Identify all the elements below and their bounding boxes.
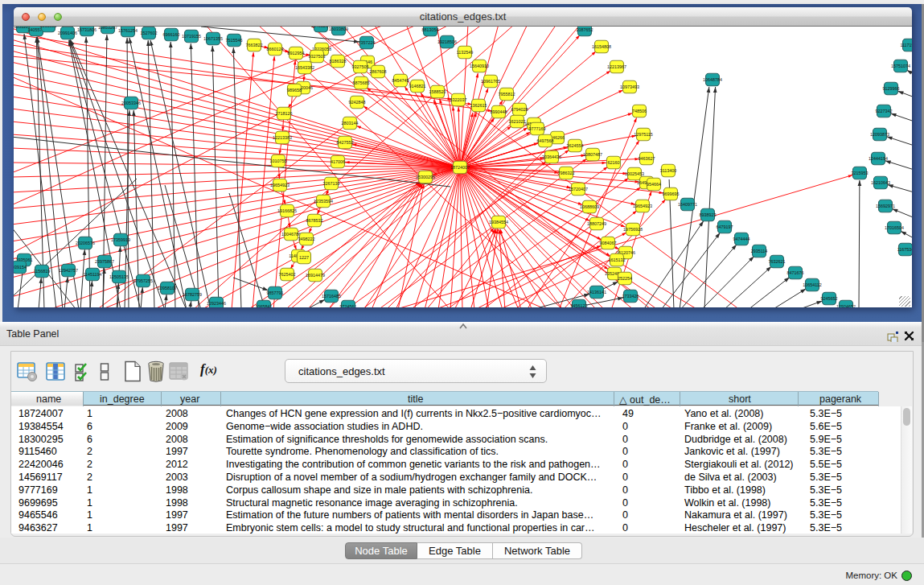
svg-text:15761254: 15761254	[118, 28, 138, 33]
svg-text:20053346: 20053346	[121, 101, 141, 105]
svg-text:6479197: 6479197	[717, 225, 733, 229]
svg-text:7632621: 7632621	[769, 259, 786, 264]
svg-text:19756928: 19756928	[623, 227, 643, 232]
svg-text:10671355: 10671355	[203, 36, 223, 41]
svg-text:25300295: 25300295	[416, 175, 435, 179]
svg-text:8912954: 8912954	[288, 51, 305, 56]
svg-text:2803144: 2803144	[342, 121, 359, 126]
svg-text:7625402: 7625402	[279, 272, 296, 277]
svg-text:1010755: 1010755	[270, 159, 287, 163]
svg-text:12975115: 12975115	[634, 132, 653, 137]
svg-text:8427552: 8427552	[337, 140, 354, 145]
svg-text:19218506: 19218506	[437, 39, 457, 44]
svg-text:15692971: 15692971	[876, 204, 895, 208]
svg-text:15720407: 15720407	[569, 187, 588, 192]
svg-text:8678532: 8678532	[306, 218, 323, 223]
svg-text:8471676: 8471676	[787, 270, 804, 275]
svg-text:15751074: 15751074	[891, 64, 910, 68]
svg-text:6794028: 6794028	[511, 107, 528, 112]
svg-text:19166825: 19166825	[277, 208, 297, 213]
svg-text:9857791: 9857791	[267, 290, 284, 295]
svg-text:11451194: 11451194	[83, 272, 101, 277]
svg-text:18807249: 18807249	[587, 221, 606, 226]
svg-text:12923446: 12923446	[207, 301, 226, 306]
svg-text:989658: 989658	[287, 88, 302, 93]
svg-text:12093873: 12093873	[870, 132, 889, 137]
svg-text:7357224: 7357224	[359, 40, 376, 45]
svg-text:9084067: 9084067	[600, 241, 617, 245]
svg-text:16731806: 16731806	[77, 27, 97, 32]
svg-text:9699695: 9699695	[663, 192, 680, 196]
svg-text:9242848: 9242848	[349, 100, 366, 105]
svg-text:12942757: 12942757	[59, 268, 78, 273]
svg-text:10719155: 10719155	[182, 34, 201, 39]
svg-text:10807487: 10807487	[583, 152, 602, 157]
svg-text:16914479: 16914479	[306, 273, 325, 278]
svg-text:17957255: 17957255	[133, 278, 153, 283]
svg-text:12213967: 12213967	[607, 64, 626, 69]
svg-text:12505135: 12505135	[109, 274, 129, 279]
svg-text:8454749: 8454749	[392, 78, 409, 83]
svg-text:16782759: 16782759	[183, 292, 202, 297]
svg-text:9777169: 9777169	[529, 126, 546, 131]
svg-text:16033809: 16033809	[329, 27, 348, 31]
svg-text:2935114: 2935114	[751, 249, 768, 253]
svg-text:954664: 954664	[647, 182, 661, 187]
svg-text:9245652: 9245652	[821, 296, 838, 301]
svg-text:10025453: 10025453	[625, 171, 644, 176]
svg-text:3113400: 3113400	[660, 168, 677, 173]
svg-text:7515546: 7515546	[226, 38, 243, 43]
svg-text:19384554: 19384554	[489, 220, 508, 225]
svg-text:16154808: 16154808	[592, 44, 611, 49]
svg-text:7955812: 7955812	[499, 92, 515, 97]
svg-text:1132549: 1132549	[457, 50, 474, 55]
svg-text:10958107: 10958107	[158, 286, 177, 290]
svg-text:17016504: 17016504	[885, 225, 904, 230]
svg-text:1167534: 1167534	[897, 247, 912, 252]
svg-text:15716485: 15716485	[322, 294, 341, 299]
svg-text:8186328: 8186328	[330, 59, 347, 64]
svg-text:748506: 748506	[632, 109, 647, 113]
svg-text:12444194: 12444194	[869, 156, 888, 161]
svg-text:16210643: 16210643	[871, 180, 890, 185]
svg-text:8938923: 8938923	[700, 212, 717, 217]
svg-text:1227: 1227	[299, 255, 309, 260]
svg-text:8990448: 8990448	[491, 109, 507, 114]
svg-text:6497568: 6497568	[537, 138, 554, 143]
svg-text:16409771: 16409771	[678, 202, 697, 207]
svg-text:9463627: 9463627	[639, 156, 655, 161]
svg-text:1733426: 1733426	[622, 294, 639, 299]
svg-text:6966160: 6966160	[163, 32, 180, 37]
svg-text:939154: 939154	[14, 265, 27, 270]
svg-text:12353594: 12353594	[314, 199, 333, 204]
svg-text:19654923: 19654923	[270, 183, 290, 187]
svg-text:9327505: 9327505	[352, 64, 369, 69]
svg-text:1588520: 1588520	[429, 89, 446, 94]
svg-text:20991406: 20991406	[58, 31, 77, 35]
svg-text:20206576: 20206576	[76, 241, 95, 245]
svg-text:1615132: 1615132	[609, 257, 626, 262]
svg-text:10648784: 10648784	[703, 77, 722, 82]
svg-text:18724007: 18724007	[450, 165, 470, 170]
svg-text:10853267: 10853267	[98, 27, 117, 30]
svg-text:9063985: 9063985	[40, 27, 57, 28]
svg-text:17359919: 17359919	[111, 237, 130, 242]
svg-text:9327503: 9327503	[309, 54, 326, 59]
svg-text:10688609: 10688609	[580, 204, 599, 209]
svg-text:9456123: 9456123	[571, 303, 588, 307]
svg-text:6322037: 6322037	[450, 97, 467, 102]
svg-text:3498222: 3498222	[298, 237, 315, 241]
svg-text:14136141: 14136141	[587, 290, 606, 295]
svg-text:3215953: 3215953	[852, 171, 869, 175]
svg-text:2087652: 2087652	[577, 27, 593, 32]
svg-text:20495234: 20495234	[311, 27, 331, 28]
svg-text:1065841: 1065841	[256, 304, 273, 307]
svg-text:9474444: 9474444	[733, 237, 750, 241]
svg-text:9724561: 9724561	[340, 304, 357, 307]
svg-text:417006: 417006	[331, 159, 345, 164]
svg-text:9227342: 9227342	[876, 109, 893, 113]
svg-text:15640910: 15640910	[470, 64, 489, 68]
svg-text:1527602: 1527602	[141, 31, 158, 35]
svg-text:16543382: 16543382	[295, 65, 314, 70]
svg-text:2867608: 2867608	[370, 69, 387, 74]
